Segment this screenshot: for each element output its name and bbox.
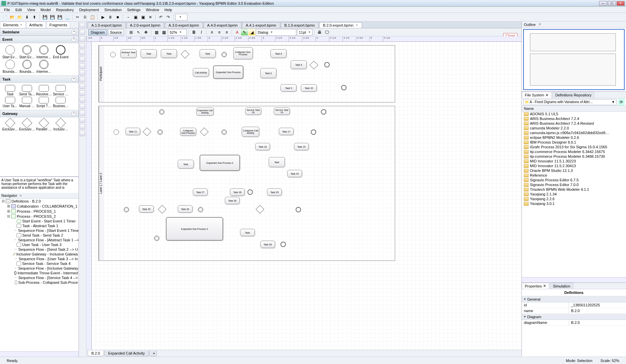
- menu-help[interactable]: Help: [162, 7, 175, 12]
- folder-item[interactable]: Oracle BPM Studio 12.1.3: [522, 168, 626, 173]
- gateway-header[interactable]: Gateway⌃: [0, 110, 79, 117]
- source-view-button[interactable]: Source: [108, 29, 124, 35]
- prop-value[interactable]: B.2.0: [569, 320, 626, 326]
- group-general[interactable]: ▾General: [522, 296, 626, 302]
- expanded-subprocess[interactable]: Expanded Sub-Process 3: [166, 217, 223, 241]
- palette-item[interactable]: Bounda…: [2, 60, 18, 73]
- tree-node[interactable]: Send Task - Send Task 2: [0, 233, 79, 238]
- open2-icon[interactable]: 📁: [16, 14, 23, 21]
- print-icon[interactable]: 🖶: [316, 29, 323, 36]
- align-left-icon[interactable]: ≡: [208, 29, 215, 36]
- stop-icon[interactable]: ■: [114, 14, 121, 21]
- palette-item[interactable]: Start Ev…: [2, 45, 18, 59]
- tool-icon[interactable]: [80, 131, 85, 136]
- palette-item[interactable]: Interme…: [36, 60, 52, 73]
- tool-icon[interactable]: [80, 77, 85, 82]
- palette-item[interactable]: User Ta…: [2, 97, 18, 108]
- editor-tab[interactable]: A.4.0-export.bpmn: [204, 22, 242, 28]
- intermediate-event[interactable]: [157, 129, 163, 135]
- task-header[interactable]: Task⌃: [0, 75, 79, 83]
- task[interactable]: Task 17: [279, 128, 294, 135]
- task[interactable]: Task: [240, 229, 255, 236]
- menu-settings[interactable]: Settings: [124, 7, 143, 12]
- palette-item[interactable]: Service …: [53, 85, 69, 96]
- tool-icon[interactable]: [80, 50, 85, 55]
- tree-node[interactable]: →Sequence Flow - [Send Task 2 --> U: [0, 247, 79, 252]
- editor-tab[interactable]: A.4.1-export.bpmn: [242, 22, 280, 28]
- folder-item[interactable]: Yaoqiang 2.2.6: [522, 196, 626, 201]
- folder-item[interactable]: iGrafx Process 2013 for Six Sigma 15.0.4…: [522, 145, 626, 149]
- task[interactable]: Task 9: [280, 84, 297, 92]
- tool-icon[interactable]: [80, 124, 85, 129]
- task[interactable]: Task 10: [301, 84, 317, 92]
- step3-icon[interactable]: ▣: [140, 14, 146, 21]
- palette-item[interactable]: Exclusiv…: [2, 119, 18, 131]
- paste-icon[interactable]: 📋: [89, 14, 96, 21]
- font-color-icon[interactable]: A: [234, 29, 240, 36]
- simulation-tab[interactable]: Simulation: [550, 283, 573, 289]
- tool-icon[interactable]: [80, 117, 85, 123]
- tree-node[interactable]: →Sequence Flow - [Service Task 4 -->: [0, 275, 79, 280]
- start-event[interactable]: [114, 129, 119, 135]
- task[interactable]: Abstract Task 1: [120, 49, 137, 58]
- tree-node[interactable]: Service Task - Service Task 4: [0, 261, 79, 266]
- task[interactable]: Task 11: [125, 128, 140, 135]
- end-event[interactable]: [341, 85, 347, 90]
- tree-node[interactable]: ⊞Collaboration - COLLABORATION_1: [0, 204, 79, 209]
- folder-item[interactable]: ARIS Business Architect 7.2.4: [522, 116, 626, 121]
- fs-column-header[interactable]: Name: [522, 106, 626, 112]
- fontsize-dropdown[interactable]: 11pt▼: [297, 29, 312, 36]
- tool-icon[interactable]: [80, 36, 85, 42]
- editor-tab[interactable]: A.1.0-export.bpmn: [88, 22, 126, 28]
- filesystem-tab[interactable]: File System✕: [522, 92, 552, 98]
- align-right-icon[interactable]: ≡: [223, 29, 230, 36]
- tool-icon[interactable]: [80, 97, 85, 102]
- menu-edit[interactable]: Edit: [13, 7, 25, 12]
- grid-icon[interactable]: ⊞: [128, 29, 135, 36]
- font-dropdown[interactable]: Dialog▼: [256, 29, 296, 36]
- tool-icon[interactable]: [80, 30, 85, 35]
- align-center-icon[interactable]: ≡: [216, 29, 222, 36]
- tool-icon[interactable]: [80, 70, 85, 75]
- italic-icon[interactable]: I: [198, 29, 205, 36]
- task[interactable]: Task: [200, 49, 216, 58]
- close-icon[interactable]: ✕: [543, 284, 546, 288]
- task[interactable]: Task 30: [260, 241, 275, 248]
- intermediate-event[interactable]: [159, 109, 165, 115]
- tool-icon[interactable]: [80, 111, 85, 116]
- open-icon[interactable]: 📂: [9, 14, 16, 21]
- menu-view[interactable]: View: [25, 7, 38, 12]
- tool-icon[interactable]: [80, 23, 85, 28]
- task[interactable]: Task 24: [287, 170, 302, 177]
- import-icon[interactable]: ⬇: [24, 14, 30, 21]
- diagram-canvas[interactable]: Participant Lane 1 / Lane 2 Abstract Tas…: [92, 42, 521, 350]
- task[interactable]: Service Task 18: [245, 108, 261, 115]
- palette-item[interactable]: Task: [2, 85, 18, 96]
- close-icon[interactable]: ✕: [19, 194, 22, 198]
- swimlane-header[interactable]: Swimlane⌃: [0, 28, 79, 36]
- task[interactable]: Task 26: [178, 205, 192, 213]
- tree-node[interactable]: User Task - User Task 3: [0, 242, 79, 247]
- navigator-tree[interactable]: ⊟Definitions - B.2.0⊞Collaboration - COL…: [0, 199, 79, 351]
- end-event[interactable]: [311, 129, 316, 135]
- tree-node[interactable]: ⊟Process - PROCESS_2: [0, 214, 79, 219]
- end-event[interactable]: [280, 242, 286, 247]
- folder-item[interactable]: ADONIS 5.1 UL5: [522, 112, 626, 116]
- end-event[interactable]: [247, 189, 253, 195]
- tree-node[interactable]: →Sequence Flow - [Abstract Task 1 -->: [0, 238, 79, 242]
- step2-icon[interactable]: ▣: [132, 14, 139, 21]
- close-button[interactable]: ✕: [617, 1, 625, 6]
- tool-icon[interactable]: [80, 57, 85, 62]
- new-icon[interactable]: 📄: [1, 14, 8, 21]
- editor-tab[interactable]: B.2.0-export.bpmn✕: [319, 22, 362, 28]
- palette-item[interactable]: End Event: [53, 45, 69, 59]
- combo-dropdown[interactable]: ▼: [175, 14, 187, 21]
- subprocess[interactable]: Collapsed Sub-Process: [233, 47, 253, 59]
- task[interactable]: Task 9: [291, 60, 307, 69]
- fill-icon[interactable]: ◢: [248, 29, 255, 36]
- editor-tab[interactable]: A.2.0-export.bpmn: [126, 22, 165, 28]
- sheet-tab[interactable]: Expanded Call Activity: [105, 351, 149, 356]
- task[interactable]: Collapsed Call Activity: [242, 127, 259, 137]
- intermediate-event[interactable]: [124, 207, 129, 212]
- pointer-icon[interactable]: ↖: [135, 29, 142, 36]
